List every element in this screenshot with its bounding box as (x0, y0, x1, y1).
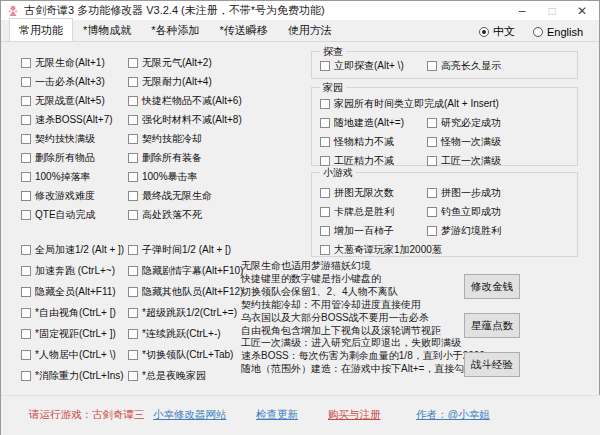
checkbox-icon[interactable] (128, 115, 138, 125)
checkbox-icon[interactable] (21, 172, 31, 182)
checkbox-icon[interactable] (21, 134, 31, 144)
cheat-top-checkbox-7[interactable]: 强化时材料不减(Alt+8) (128, 110, 242, 129)
checkbox-icon[interactable] (320, 61, 330, 71)
cheat-bottom-checkbox-2[interactable]: 加速奔跑 (CtrL+~) (21, 260, 128, 281)
cheat-bottom-checkbox-9[interactable]: *连续跳跃(CtrL+-) (128, 323, 243, 344)
checkbox-icon[interactable] (128, 77, 138, 87)
checkbox-icon[interactable] (21, 58, 31, 68)
minimize-icon[interactable]: – (507, 1, 537, 20)
cheat-bottom-checkbox-10[interactable]: *人物居中(CtrL+ \) (21, 344, 128, 365)
minigame-checkbox-5[interactable]: 梦游幻境胜利 (427, 221, 577, 240)
checkbox-icon[interactable] (128, 266, 138, 276)
checkbox-icon[interactable] (21, 77, 31, 87)
checkbox-icon[interactable] (427, 207, 437, 217)
tab-1[interactable]: *博物成就 (73, 18, 141, 41)
cheat-top-checkbox-8[interactable]: 契约技快满级 (21, 129, 128, 148)
home-checkbox-4[interactable]: 怪物一次满级 (427, 132, 577, 151)
checkbox-icon[interactable] (320, 226, 330, 236)
cheat-top-checkbox-16[interactable]: QTE自动完成 (21, 205, 128, 224)
cheat-top-checkbox-1[interactable]: 无限元气(Alt+2) (128, 53, 242, 72)
checkbox-icon[interactable] (21, 96, 31, 106)
minigame-checkbox-3[interactable]: 钓鱼立即成功 (427, 202, 577, 221)
checkbox-icon[interactable] (21, 153, 31, 163)
cheat-bottom-checkbox-3[interactable]: 隐藏剧情字幕(Alt+F10) (128, 260, 243, 281)
checkbox-icon[interactable] (21, 210, 31, 220)
checkbox-icon[interactable] (21, 308, 31, 318)
checkbox-icon[interactable] (128, 350, 138, 360)
checkbox-icon[interactable] (427, 226, 437, 236)
cheat-top-checkbox-3[interactable]: 无限耐力(Alt+4) (128, 72, 242, 91)
minigame-checkbox-2[interactable]: 卡牌总是胜利 (320, 202, 427, 221)
cheat-bottom-checkbox-12[interactable]: *消除重力(CtrL+Ins) (21, 365, 128, 386)
cheat-bottom-checkbox-11[interactable]: *切换领队(CtrL+Tab) (128, 344, 243, 365)
cheat-top-checkbox-0[interactable]: 无限生命(Alt+1) (21, 53, 128, 72)
cheat-top-checkbox-4[interactable]: 无限战意(Alt+5) (21, 91, 128, 110)
explore-checkbox-0[interactable]: 立即探查(Alt+ \) (320, 58, 427, 74)
minigame-checkbox-1[interactable]: 拼图一步成功 (427, 183, 577, 202)
cheat-top-checkbox-10[interactable]: 删除所有物品 (21, 148, 128, 167)
tab-0[interactable]: 常用功能 (9, 18, 73, 41)
cheat-bottom-checkbox-1[interactable]: 子弹时间1/2 (Alt + [) (128, 239, 243, 260)
minigame-checkbox-6[interactable]: 大葱奇谭玩家1加2000葱 (320, 240, 577, 259)
footer-link-1[interactable]: 检查更新 (256, 408, 298, 422)
home-checkbox-3[interactable]: 怪物精力不减 (320, 132, 427, 151)
checkbox-icon[interactable] (128, 308, 138, 318)
checkbox-icon[interactable] (128, 210, 138, 220)
checkbox-icon[interactable] (320, 207, 330, 217)
cheat-top-checkbox-9[interactable]: 契约技能冷却 (128, 129, 242, 148)
checkbox-icon[interactable] (427, 156, 437, 166)
footer-link-0[interactable]: 小幸修改器网站 (153, 408, 227, 422)
checkbox-icon[interactable] (21, 115, 31, 125)
checkbox-icon[interactable] (128, 172, 138, 182)
checkbox-icon[interactable] (128, 245, 138, 255)
cheat-top-checkbox-17[interactable]: 高处跌落不死 (128, 205, 242, 224)
tab-3[interactable]: *传送瞬移 (210, 18, 278, 41)
checkbox-icon[interactable] (427, 61, 437, 71)
minigame-checkbox-4[interactable]: 增加一百柿子 (320, 221, 427, 240)
checkbox-icon[interactable] (320, 156, 330, 166)
checkbox-icon[interactable] (21, 371, 31, 381)
cheat-bottom-checkbox-0[interactable]: 全局加速1/2 (Alt + ]) (21, 239, 128, 260)
checkbox-icon[interactable] (128, 58, 138, 68)
checkbox-icon[interactable] (320, 137, 330, 147)
action-button-0[interactable]: 修改金钱 (464, 274, 520, 299)
cheat-top-checkbox-13[interactable]: 100%暴击率 (128, 167, 242, 186)
cheat-bottom-checkbox-8[interactable]: *固定视距(CtrL+ ]) (21, 323, 128, 344)
checkbox-icon[interactable] (21, 350, 31, 360)
checkbox-icon[interactable] (427, 188, 437, 198)
checkbox-icon[interactable] (320, 99, 330, 109)
footer-link-2[interactable]: 购买与注册 (328, 408, 381, 422)
action-button-2[interactable]: 战斗经验 (464, 352, 520, 377)
cheat-top-checkbox-14[interactable]: 修改游戏难度 (21, 186, 128, 205)
home-checkbox-1[interactable]: 随地建造(Alt+=) (320, 113, 427, 132)
home-checkbox-6[interactable]: 工匠一次满级 (427, 151, 577, 170)
tab-2[interactable]: *各种添加 (141, 18, 209, 41)
checkbox-icon[interactable] (21, 266, 31, 276)
home-checkbox-2[interactable]: 研究必定成功 (427, 113, 577, 132)
checkbox-icon[interactable] (128, 134, 138, 144)
checkbox-icon[interactable] (128, 329, 138, 339)
radio-english[interactable]: English (533, 26, 583, 38)
tab-4[interactable]: 使用方法 (278, 18, 342, 41)
action-button-1[interactable]: 星蕴点数 (464, 313, 520, 338)
maximize-icon[interactable]: □ (537, 1, 567, 20)
cheat-top-checkbox-12[interactable]: 100%掉落率 (21, 167, 128, 186)
cheat-top-checkbox-11[interactable]: 删除所有装备 (128, 148, 242, 167)
cheat-top-checkbox-15[interactable]: 最终战无限生命 (128, 186, 242, 205)
cheat-bottom-checkbox-6[interactable]: *自由视角(CtrL+ [) (21, 302, 128, 323)
checkbox-icon[interactable] (21, 191, 31, 201)
radio-chinese[interactable]: 中文 (479, 24, 515, 39)
footer-link-3[interactable]: 作者：@小幸姐 (416, 408, 490, 422)
home-checkbox-0[interactable]: 家园所有时间类立即完成(Alt + Insert) (320, 94, 577, 113)
cheat-top-checkbox-2[interactable]: 一击必杀(Alt+3) (21, 72, 128, 91)
cheat-bottom-checkbox-4[interactable]: 隐藏全员(Alt+F11) (21, 281, 128, 302)
cheat-bottom-checkbox-7[interactable]: *超级跳跃1/2(CtrL+=) (128, 302, 243, 323)
cheat-top-checkbox-6[interactable]: 速杀BOSS(Alt+7) (21, 110, 128, 129)
checkbox-icon[interactable] (128, 287, 138, 297)
checkbox-icon[interactable] (427, 118, 437, 128)
cheat-bottom-checkbox-13[interactable]: *总是夜晚家园 (128, 365, 243, 386)
checkbox-icon[interactable] (320, 245, 330, 255)
checkbox-icon[interactable] (128, 96, 138, 106)
checkbox-icon[interactable] (128, 371, 138, 381)
checkbox-icon[interactable] (128, 153, 138, 163)
